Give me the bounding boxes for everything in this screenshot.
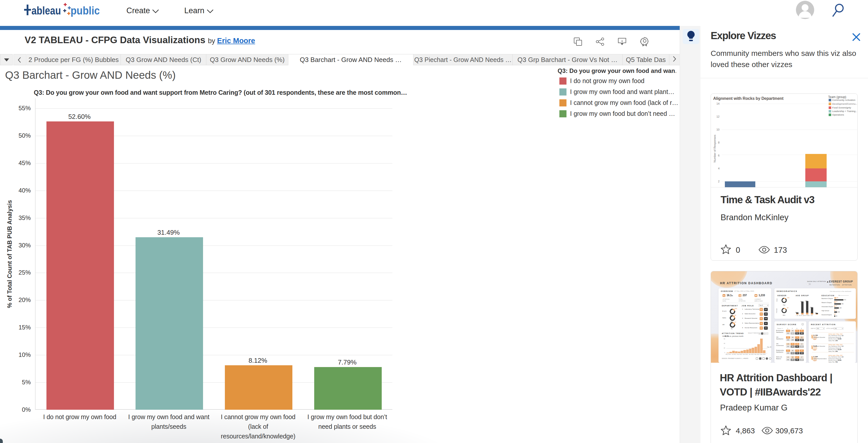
- svg-text:public: public: [70, 4, 100, 17]
- svg-text:ableau: ableau: [31, 4, 61, 17]
